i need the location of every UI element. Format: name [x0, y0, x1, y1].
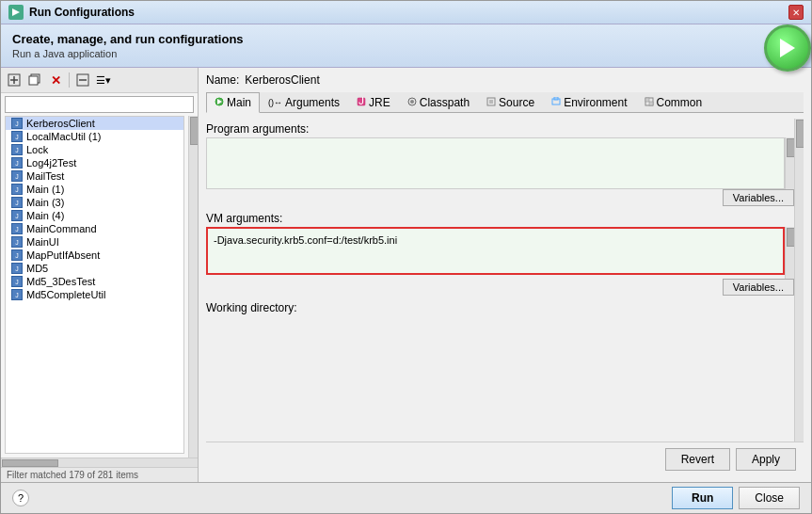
tab-jre[interactable]: J JRE [348, 92, 399, 112]
tree-vertical-scrollbar[interactable] [188, 116, 198, 458]
svg-rect-6 [29, 76, 38, 85]
footer-buttons: Run Close [672, 487, 800, 509]
environment-tab-icon [551, 97, 561, 108]
program-args-textarea[interactable] [206, 137, 785, 189]
list-item-label: Md5CompleteUtil [26, 289, 105, 300]
list-item[interactable]: J Main (1) [6, 183, 183, 196]
java-class-icon: J [11, 157, 23, 169]
horiz-scroll-thumb[interactable] [2, 459, 58, 467]
main-tab-icon [215, 97, 224, 108]
revert-apply-row: Revert Apply [206, 442, 804, 476]
tab-jre-label: JRE [369, 96, 390, 109]
list-item[interactable]: J LocalMacUtil (1) [6, 130, 183, 143]
main-content: ✕ ☰▾ J KerberosClient [1, 68, 811, 482]
list-item[interactable]: J Lock [6, 143, 183, 156]
list-item-label: MainUI [26, 236, 59, 248]
vm-args-scroll-thumb[interactable] [787, 228, 794, 247]
list-item-label: MainCommand [26, 223, 97, 234]
svg-rect-22 [649, 102, 653, 105]
list-item[interactable]: J KerberosClient [6, 117, 183, 130]
list-item[interactable]: J Md5_3DesTest [6, 275, 183, 288]
header: Create, manage, and run configurations R… [1, 24, 811, 68]
name-row: Name: KerberosClient [206, 73, 804, 87]
list-item[interactable]: J Md5CompleteUtil [6, 288, 183, 301]
vm-args-variables-row: Variables... [206, 279, 794, 296]
delete-config-button[interactable]: ✕ [46, 71, 65, 89]
tab-classpath-label: Classpath [420, 96, 470, 109]
list-item[interactable]: J Main (3) [6, 196, 183, 209]
titlebar: Run Configurations ✕ [1, 1, 811, 24]
tab-common-label: Common [657, 96, 703, 109]
tree-scroll-wrap: J KerberosClient J LocalMacUtil (1) J Lo… [1, 116, 198, 458]
tree-wrap: J KerberosClient J LocalMacUtil (1) J Lo… [1, 116, 188, 458]
arguments-tab-icon: ()↔ [268, 98, 282, 107]
tree-horizontal-scrollbar[interactable] [1, 458, 198, 467]
run-button[interactable]: Run [672, 487, 733, 509]
run-icon-large [764, 24, 811, 72]
common-tab-icon [645, 97, 654, 108]
tab-arguments[interactable]: ()↔ Arguments [260, 92, 348, 112]
list-item[interactable]: J MailTest [6, 169, 183, 183]
list-item-label: MailTest [26, 170, 64, 182]
java-class-icon: J [11, 170, 23, 182]
svg-rect-21 [645, 98, 649, 102]
search-input[interactable] [5, 96, 194, 113]
collapse-button[interactable] [73, 71, 92, 89]
program-args-label: Program arguments: [206, 122, 794, 136]
list-item[interactable]: J MainCommand [6, 222, 183, 235]
filter-button[interactable]: ☰▾ [94, 71, 113, 89]
tab-environment[interactable]: Environment [543, 92, 635, 112]
java-class-icon: J [11, 144, 23, 155]
list-item-label: Main (1) [26, 184, 64, 195]
right-panel-scrollbar[interactable] [794, 119, 804, 442]
java-class-icon: J [11, 236, 23, 248]
classpath-tab-icon [407, 97, 417, 108]
list-item[interactable]: J Main (4) [6, 209, 183, 222]
copy-config-button[interactable] [25, 71, 44, 89]
name-label: Name: [206, 73, 239, 87]
filter-status: Filter matched 179 of 281 items [1, 467, 198, 482]
close-button[interactable]: ✕ [788, 5, 804, 20]
tab-environment-label: Environment [564, 96, 627, 109]
list-item[interactable]: J Log4j2Test [6, 156, 183, 169]
window-icon [8, 5, 24, 20]
program-args-scrollbar[interactable] [785, 137, 794, 189]
tab-source[interactable]: Source [478, 92, 543, 112]
apply-button[interactable]: Apply [736, 448, 796, 471]
program-args-variables-row: Variables... [206, 189, 794, 206]
new-config-button[interactable] [5, 71, 24, 89]
tab-common[interactable]: Common [636, 92, 711, 112]
svg-text:J: J [358, 97, 364, 106]
list-item[interactable]: J MapPutIfAbsent [6, 249, 183, 262]
revert-button[interactable]: Revert [665, 448, 730, 471]
list-item-label: Md5_3DesTest [26, 276, 95, 287]
list-item-label: MD5 [26, 263, 48, 274]
vm-args-variables-button[interactable]: Variables... [723, 279, 794, 296]
program-args-scroll-thumb[interactable] [787, 138, 794, 157]
jre-tab-icon: J [357, 97, 366, 108]
tab-source-label: Source [499, 96, 534, 109]
java-class-icon: J [11, 223, 23, 234]
svg-rect-15 [487, 98, 495, 105]
left-panel: ✕ ☰▾ J KerberosClient [1, 68, 199, 482]
right-panel-scroll-thumb[interactable] [796, 120, 804, 148]
left-toolbar: ✕ ☰▾ [1, 68, 198, 93]
java-class-icon: J [11, 197, 23, 208]
svg-marker-1 [780, 39, 795, 57]
java-class-icon: J [11, 131, 23, 142]
java-class-icon: J [11, 249, 23, 261]
program-args-variables-button[interactable]: Variables... [723, 189, 794, 206]
list-item[interactable]: J MainUI [6, 235, 183, 249]
header-title: Create, manage, and run configurations [12, 32, 800, 46]
help-button[interactable]: ? [12, 490, 29, 506]
list-item[interactable]: J MD5 [6, 262, 183, 275]
right-panel: Name: KerberosClient Main ()↔ Arguments [199, 68, 811, 482]
svg-marker-0 [12, 8, 20, 16]
close-dialog-button[interactable]: Close [739, 487, 800, 509]
vm-args-value[interactable]: -Djava.security.krb5.conf=d:/test/krb5.i… [212, 233, 779, 261]
tab-main[interactable]: Main [206, 92, 260, 113]
scroll-thumb[interactable] [190, 117, 198, 145]
right-area-scroll: Program arguments: Variables... [206, 119, 804, 442]
tab-classpath[interactable]: Classpath [399, 92, 478, 112]
vm-args-scrollbar[interactable] [785, 227, 794, 279]
